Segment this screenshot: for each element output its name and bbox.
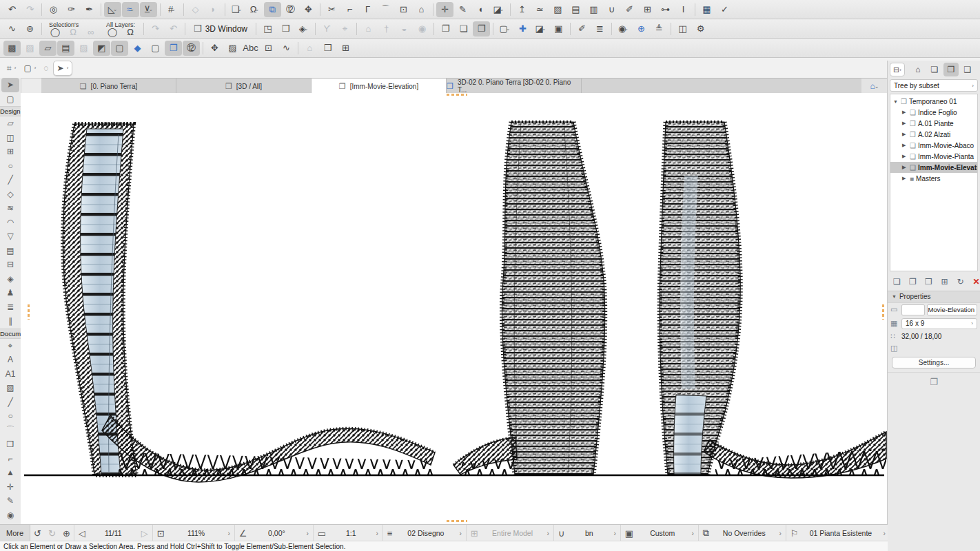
selection-patch-icon[interactable]: ▢⌄ [496, 21, 513, 37]
fill-orientation-icon[interactable]: ◩ [93, 41, 110, 56]
view-redo-icon[interactable]: ↶ [165, 21, 182, 37]
roof-tool[interactable]: ≋ [1, 201, 19, 216]
layer-combination-icon[interactable]: ❐ [165, 41, 182, 56]
curtain-wall-tool[interactable]: ⊟ [1, 258, 19, 272]
stretch-icon[interactable]: ✥ [300, 2, 317, 17]
override-control[interactable]: ⧉ No Overrides › [698, 525, 786, 541]
view-undo-icon[interactable]: ↷ [147, 21, 164, 37]
selection-oval-icon[interactable]: ◯ [49, 28, 61, 37]
more-button[interactable]: More [0, 525, 30, 541]
anchor-icon[interactable]: ∪ [603, 2, 620, 17]
tab-3d-all[interactable]: ❒[3D / All] [176, 79, 312, 94]
view-back-icon[interactable]: ↺ [30, 528, 45, 539]
marquee-tool[interactable]: ▢ [1, 92, 19, 107]
hatch-display-icon[interactable]: ▨ [75, 41, 92, 56]
modify-brush-icon[interactable]: ✎ [454, 2, 471, 17]
twisty-icon[interactable]: ▶ [902, 154, 908, 159]
camera-tool[interactable]: ◉ [1, 508, 19, 523]
stair-tool[interactable]: ≣ [1, 300, 19, 315]
explore-icon[interactable]: ⊚ [21, 21, 39, 37]
book-icon[interactable]: ❒ [319, 41, 336, 56]
gdl-diamond-icon[interactable]: ◆ [129, 41, 146, 56]
shell-tool[interactable]: ◠ [1, 216, 19, 230]
grid-snap-icon[interactable]: #⌄ [163, 2, 181, 17]
panels-icon[interactable]: ❐ [930, 377, 938, 387]
undo-icon[interactable]: ↶ [3, 2, 21, 17]
zoom-in-icon[interactable]: ⊕ [59, 528, 74, 539]
canopy-right[interactable] [704, 432, 886, 478]
worksheet-tool[interactable]: ✎ [1, 494, 19, 508]
settings-button[interactable]: Settings... [892, 357, 976, 368]
tab-imm-movie-elevation[interactable]: ❐[Imm-Movie-Elevation] [312, 79, 447, 94]
scale-control[interactable]: ▭ 1:1 › [313, 525, 382, 541]
fill-background-icon[interactable]: ▨ [21, 41, 39, 56]
gravity-icon[interactable]: ◇ [187, 2, 204, 17]
render-scene-icon[interactable]: ≜ [651, 21, 668, 37]
morph-tool[interactable]: ▽ [1, 229, 19, 244]
steel-beam-icon[interactable]: Ι [675, 2, 692, 17]
wall-reference-icon[interactable]: ↥ [513, 2, 531, 17]
clean-brush-icon[interactable]: ✐ [573, 21, 591, 37]
twisty-icon[interactable]: ▶ [902, 110, 908, 115]
tree-item-a01-piante[interactable]: ▶ ❒ A.01 Piante [890, 118, 977, 129]
beam-tool[interactable]: ╱ [1, 173, 19, 187]
dimension-display-icon[interactable]: ⑫ [183, 41, 200, 56]
properties-header[interactable]: ▼ Properties [888, 291, 980, 303]
wall-tool[interactable]: ▱ [1, 116, 19, 131]
project-map-icon[interactable]: ⌂ [910, 63, 926, 76]
check-standards-icon[interactable]: ✓ [716, 2, 733, 17]
mesh-tool[interactable]: ▤ [1, 244, 19, 258]
arrow-tool-chip[interactable]: ➤› [53, 61, 73, 76]
text-tool[interactable]: A [1, 353, 19, 367]
marquee-operation-icon[interactable]: ✛ [436, 2, 453, 17]
tower-middle[interactable] [502, 122, 604, 475]
eraser2-icon[interactable]: ◪⌄ [532, 21, 549, 37]
delete-icon[interactable]: ✕ [970, 274, 980, 289]
canopy-middle[interactable] [453, 437, 517, 475]
renovation-control[interactable]: ⚐ 01 Pianta Esistente › [786, 525, 888, 541]
find-select-icon[interactable]: ◎ [45, 2, 62, 17]
view-forward-icon[interactable]: ↻ [45, 528, 59, 539]
inject-parameters-icon[interactable]: ✒ [81, 2, 98, 17]
zone-tool[interactable]: ◈ [1, 272, 19, 287]
layout-home-icon[interactable]: ⌂ [360, 21, 377, 37]
column-tool[interactable]: ○ [1, 159, 19, 174]
paintbrush-icon[interactable]: ✐ [621, 2, 638, 17]
3d-window-button[interactable]: ❒ 3D Window [188, 22, 253, 35]
fill-display-icon[interactable]: ▩ [3, 41, 21, 56]
multiply-icon[interactable]: ⌂ [413, 2, 430, 17]
layout-name-field[interactable]: Imm-Movie-Elevation [927, 304, 977, 315]
polygon-edit-icon[interactable]: ◖ [472, 2, 489, 17]
hatch-diagonal-icon[interactable]: ▨ [224, 41, 241, 56]
drawing-canvas[interactable] [21, 93, 888, 525]
tree-item-temporaneo-01[interactable]: ▼ ❐ Temporaneo 01 [890, 96, 977, 107]
circle-tool[interactable]: ○ [1, 409, 19, 424]
fill-hatch-icon[interactable]: ▨ [549, 2, 566, 17]
label-tool[interactable]: A1 [1, 367, 19, 382]
profile-icon[interactable]: ⊞ [639, 2, 656, 17]
next-page-button[interactable]: ▷ [140, 528, 150, 539]
snap-points-icon[interactable]: ⊻⌄ [140, 2, 157, 17]
layout-id-field[interactable] [901, 304, 925, 315]
favorites-chip[interactable]: ⌗› [3, 61, 19, 75]
connect-icon[interactable]: ⊶ [657, 2, 674, 17]
eye-icon[interactable]: ◉ [414, 21, 431, 37]
split-icon[interactable]: ✂ [323, 2, 340, 17]
roof-gray-icon[interactable]: ⌂ [301, 41, 318, 56]
dimension-tool[interactable]: ⌖ [1, 339, 19, 353]
view-map-icon[interactable]: ❏ [927, 63, 942, 76]
orientation-control[interactable]: ∠ 0,00° › [234, 525, 313, 541]
layer-control[interactable]: ≡ 02 Disegno › [382, 525, 466, 541]
elevation-tool[interactable]: ▲ [1, 466, 19, 480]
drawing-frame-handle-left[interactable] [28, 304, 30, 320]
camera-path-icon[interactable]: ⌖ [336, 21, 354, 37]
publisher-icon[interactable]: ❑ [960, 63, 975, 76]
new-subset-icon[interactable]: ⊞ [938, 274, 951, 289]
tower-right[interactable] [660, 122, 740, 475]
gravity-plane-icon[interactable]: ◗ [205, 2, 222, 17]
drawing-tool[interactable]: ❒ [1, 437, 19, 452]
axonometry-icon[interactable]: ◈⌄ [295, 21, 312, 37]
line-tool[interactable]: ╱ [1, 395, 19, 410]
selection-lock-icon[interactable]: Ω [67, 28, 79, 37]
organizer-chip[interactable]: ⊟ › [890, 63, 905, 76]
